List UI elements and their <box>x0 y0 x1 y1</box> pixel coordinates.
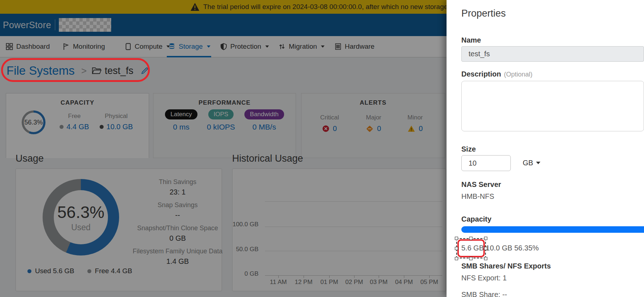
selection-handle[interactable] <box>455 247 458 250</box>
capacity-bar <box>461 226 644 233</box>
size-label: Size <box>461 145 476 153</box>
selection-handle[interactable] <box>469 237 473 240</box>
nas-server-label: NAS Server <box>461 180 501 189</box>
smb-share-value: SMB Share: -- <box>461 291 507 297</box>
selection-handle[interactable] <box>455 237 458 240</box>
selection-handle[interactable] <box>469 257 473 260</box>
size-unit-dropdown[interactable]: GB <box>523 159 540 167</box>
selection-handle[interactable] <box>484 247 487 250</box>
size-input[interactable] <box>461 155 511 171</box>
nfs-export-value: NFS Export: 1 <box>461 274 507 282</box>
smb-nfs-label: SMB Shares/ NFS Exports <box>461 262 551 270</box>
description-label: Description(Optional) <box>461 70 532 78</box>
red-annotation-box <box>457 239 485 257</box>
red-annotation-oval <box>1 58 150 82</box>
capacity-label: Capacity <box>461 215 491 223</box>
selection-handle[interactable] <box>484 257 487 260</box>
description-optional-hint: (Optional) <box>504 71 532 78</box>
modal-dim-overlay <box>0 0 447 297</box>
selection-handle[interactable] <box>455 257 458 260</box>
chevron-down-icon <box>536 162 540 164</box>
size-unit-value: GB <box>523 159 533 167</box>
description-textarea[interactable] <box>461 81 644 131</box>
selection-handle[interactable] <box>484 237 487 240</box>
powerstore-app: The trial period will expire on 2024-03-… <box>0 0 644 297</box>
name-label: Name <box>461 36 481 44</box>
panel-title: Properties <box>461 8 506 19</box>
nas-server-value: HMB-NFS <box>461 192 494 201</box>
name-input[interactable] <box>461 46 644 62</box>
description-label-text: Description <box>461 70 501 78</box>
